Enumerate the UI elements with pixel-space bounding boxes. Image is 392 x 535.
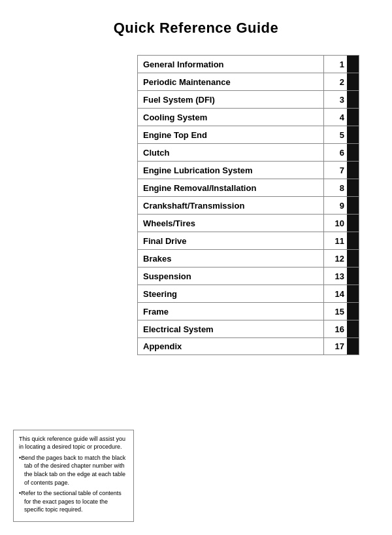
toc-item-label: Cooling System (138, 109, 323, 126)
table-row[interactable]: Engine Lubrication System7 (137, 161, 359, 179)
table-row[interactable]: Cooling System4 (137, 108, 359, 126)
toc-item-number: 6 (323, 144, 347, 161)
toc-item-number: 5 (323, 126, 347, 143)
toc-item-tab (347, 232, 359, 249)
toc-item-tab (347, 320, 359, 337)
toc-item-label: Fuel System (DFI) (138, 91, 323, 108)
toc-item-label: Suspension (138, 268, 323, 285)
toc-item-tab (347, 91, 359, 108)
toc-item-number: 17 (323, 338, 347, 354)
table-row[interactable]: Suspension13 (137, 267, 359, 285)
table-row[interactable]: Frame15 (137, 302, 359, 320)
toc-item-number: 15 (323, 303, 347, 320)
table-row[interactable]: Periodic Maintenance2 (137, 73, 359, 90)
toc-item-label: Engine Removal/Installation (138, 179, 323, 196)
table-row[interactable]: Clutch6 (137, 143, 359, 161)
toc-item-label: Engine Top End (138, 126, 323, 143)
toc-item-label: Frame (138, 303, 323, 320)
toc-item-number: 1 (323, 56, 347, 73)
table-row[interactable]: Brakes12 (137, 249, 359, 267)
toc-container: General Information1Periodic Maintenance… (137, 55, 359, 355)
toc-item-tab (347, 338, 359, 354)
toc-item-tab (347, 179, 359, 196)
toc-item-label: Appendix (138, 338, 323, 354)
toc-item-tab (347, 303, 359, 320)
toc-item-number: 11 (323, 232, 347, 249)
toc-item-tab (347, 215, 359, 232)
toc-item-number: 8 (323, 179, 347, 196)
table-row[interactable]: Wheels/Tires10 (137, 214, 359, 232)
toc-item-number: 9 (323, 197, 347, 214)
table-row[interactable]: Engine Top End5 (137, 126, 359, 143)
toc-item-number: 4 (323, 109, 347, 126)
toc-item-tab (347, 73, 359, 90)
toc-item-tab (347, 126, 359, 143)
toc-item-tab (347, 285, 359, 302)
note-box: This quick reference guide will assist y… (13, 430, 134, 522)
note-bullet1: •Bend the pages back to match the black … (19, 454, 128, 487)
toc-item-number: 12 (323, 250, 347, 267)
toc-item-label: Steering (138, 285, 323, 302)
toc-item-number: 2 (323, 73, 347, 90)
table-row[interactable]: Appendix17 (137, 337, 359, 355)
table-row[interactable]: Final Drive11 (137, 232, 359, 249)
table-row[interactable]: Steering14 (137, 285, 359, 302)
toc-item-label: Crankshaft/Transmission (138, 197, 323, 214)
page-title: Quick Reference Guide (0, 20, 392, 37)
table-row[interactable]: Engine Removal/Installation8 (137, 179, 359, 196)
note-line1: This quick reference guide will assist y… (19, 435, 128, 451)
toc-item-label: Final Drive (138, 232, 323, 249)
note-bullet2: •Refer to the sectional table of content… (19, 489, 128, 514)
table-row[interactable]: Electrical System16 (137, 320, 359, 337)
table-row[interactable]: Fuel System (DFI)3 (137, 90, 359, 108)
toc-item-label: Electrical System (138, 320, 323, 337)
toc-item-label: Clutch (138, 144, 323, 161)
toc-item-tab (347, 109, 359, 126)
toc-item-tab (347, 268, 359, 285)
toc-item-number: 13 (323, 268, 347, 285)
toc-item-label: Brakes (138, 250, 323, 267)
toc-item-number: 14 (323, 285, 347, 302)
toc-item-tab (347, 144, 359, 161)
toc-item-number: 7 (323, 162, 347, 179)
toc-item-number: 3 (323, 91, 347, 108)
toc-item-tab (347, 56, 359, 73)
toc-item-tab (347, 162, 359, 179)
table-row[interactable]: General Information1 (137, 55, 359, 73)
page: Quick Reference Guide General Informatio… (0, 0, 392, 535)
toc-item-tab (347, 197, 359, 214)
toc-item-number: 16 (323, 320, 347, 337)
table-row[interactable]: Crankshaft/Transmission9 (137, 196, 359, 214)
toc-item-tab (347, 250, 359, 267)
toc-item-label: Periodic Maintenance (138, 73, 323, 90)
toc-item-label: General Information (138, 56, 323, 73)
toc-item-label: Engine Lubrication System (138, 162, 323, 179)
toc-item-number: 10 (323, 215, 347, 232)
toc-item-label: Wheels/Tires (138, 215, 323, 232)
